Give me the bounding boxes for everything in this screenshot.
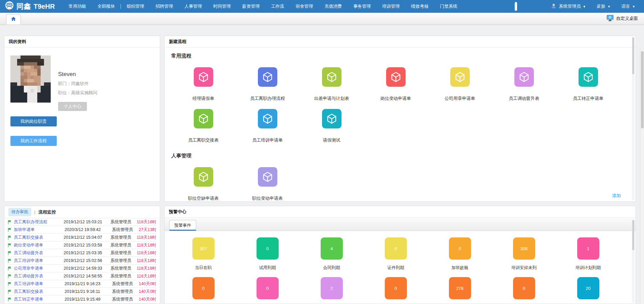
todo-date: 2019/12/12 15:03:58 — [64, 243, 110, 248]
process-shortcut[interactable]: 员工培训申请单 — [235, 109, 300, 143]
my-workflow-button[interactable]: 我的工作流程 — [10, 136, 57, 146]
process-shortcut[interactable]: 员工离职办理流程 — [235, 67, 300, 102]
process-shortcut[interactable]: 经理请假单 — [171, 67, 235, 102]
tab-todo-approval[interactable]: 待办审批 — [8, 208, 31, 216]
process-cube-icon — [258, 109, 277, 128]
todo-date: 2019/11/21 9:15:49 — [64, 297, 112, 302]
todo-link[interactable]: 员工离职交接表 — [8, 235, 64, 240]
alert-count-tile: 0 — [257, 277, 279, 299]
todo-link[interactable]: 员工转正申请单 — [8, 297, 64, 302]
alert-tile-cell[interactable]: 0 — [364, 277, 428, 304]
nav-menu-item[interactable]: 人事管理 — [179, 0, 208, 13]
alert-tile-cell[interactable]: 0 — [492, 277, 556, 304]
todo-duration: 118天18时 — [137, 273, 156, 279]
alert-tile-cell[interactable]: 20 — [556, 277, 620, 304]
todo-link[interactable]: 员工调动晋升表 — [8, 273, 64, 279]
nav-menu-item[interactable]: 事务管理 — [348, 0, 376, 13]
skin-menu[interactable]: 皮肤 — [597, 3, 610, 9]
nav-menu-item[interactable]: 招聘管理 — [150, 0, 179, 13]
tab-alert-events[interactable]: 预警事件 — [169, 220, 196, 231]
flag-icon — [8, 282, 12, 286]
alert-tile-cell[interactable]: 0 加班超额 — [428, 237, 492, 270]
new-process-title: 新建流程 — [165, 36, 636, 47]
add-link[interactable]: 添加 — [612, 193, 621, 199]
nav-menu-item[interactable]: 门禁系统 — [434, 0, 463, 13]
process-shortcut[interactable]: 职位空缺申请表 — [171, 167, 235, 201]
process-cube-icon — [514, 67, 534, 87]
todo-link[interactable]: 员工调动晋升表 — [8, 250, 64, 256]
main-content: 我的资料 — [0, 25, 644, 304]
process-shortcut[interactable]: 职位变动申请表 — [235, 167, 300, 201]
alert-tile-cell[interactable]: 0 — [235, 277, 300, 304]
todo-duration: 118天18时 — [137, 242, 156, 248]
app-logo[interactable]: 同鑫 T9eHR — [5, 1, 55, 12]
personal-center-button[interactable]: 个人中心 — [58, 102, 87, 111]
language-menu[interactable]: 语言 — [621, 3, 635, 9]
process-label: 员工培训申请单 — [252, 137, 283, 143]
user-avatar-icon — [551, 3, 557, 10]
flag-icon — [8, 220, 12, 224]
nav-menu-item[interactable]: 充值消费 — [319, 0, 348, 13]
todo-user: 系统管理员 — [110, 219, 137, 225]
alert-count-tile: 2 — [321, 277, 343, 299]
todo-link[interactable]: 员工离职办理流程 — [8, 219, 64, 225]
alert-tile-cell[interactable]: 1 培训计划到期 — [556, 237, 620, 270]
nav-menu-item[interactable]: 培训管理 — [376, 0, 405, 13]
alert-tile-cell[interactable]: 4 合同到期 — [300, 237, 364, 270]
process-shortcut[interactable]: 岗位变动申请单 — [364, 67, 428, 102]
alert-tile-cell[interactable]: 307 当日在职 — [171, 237, 235, 270]
home-tab[interactable] — [6, 14, 21, 25]
alert-tile-cell[interactable]: 0 试用到期 — [235, 237, 300, 270]
nav-menu-item[interactable]: 常用功能 — [63, 0, 92, 13]
process-cube-icon — [194, 167, 213, 187]
panel-scrollbar[interactable] — [632, 37, 635, 200]
process-shortcut[interactable]: 员工转正申请单 — [556, 67, 620, 102]
process-shortcut[interactable]: 员工调动晋升表 — [492, 67, 556, 102]
process-shortcut[interactable]: 出差申请与计划表 — [300, 67, 364, 102]
alert-tile-cell[interactable]: 308 培训安排未到 — [492, 237, 556, 270]
process-cube-icon — [322, 67, 341, 87]
panel-scrollbar[interactable] — [632, 220, 635, 303]
process-label: 出差申请与计划表 — [314, 96, 349, 102]
flag-icon — [8, 297, 12, 302]
alert-count-tile: 0 — [513, 277, 535, 299]
alert-tile-cell[interactable]: 0 证件到期 — [364, 237, 428, 270]
tab-process-monitor[interactable]: 流程监控 — [38, 209, 56, 215]
process-shortcut[interactable]: 公司用章申请单 — [428, 67, 492, 102]
process-label: 职位变动申请表 — [252, 195, 283, 201]
alert-tile-cell[interactable]: 278 — [428, 277, 492, 304]
todo-link[interactable]: 员工培训申请单 — [8, 281, 64, 287]
alert-tile-cell[interactable]: 2 — [300, 277, 364, 304]
process-label: 员工离职办理流程 — [250, 96, 285, 102]
nav-menu-item[interactable]: 薪资管理 — [236, 0, 265, 13]
my-duty-button[interactable]: 我的岗位职责 — [10, 116, 57, 126]
todo-link[interactable]: 岗位变动申请单 — [8, 242, 64, 248]
process-label: 岗位变动申请单 — [380, 96, 411, 102]
nav-menu-item[interactable]: 工作流 — [265, 0, 290, 13]
customize-desktop-button[interactable]: ⚙ 自定义桌面 — [606, 12, 638, 25]
todo-row: 岗位变动申请单 2019/12/12 15:03:58 系统管理员 118天18… — [8, 241, 156, 249]
process-shortcut[interactable]: 请假测试 — [300, 109, 364, 143]
todo-link[interactable]: 员工离职交接表 — [8, 289, 64, 295]
alert-label: 试用到期 — [259, 265, 276, 270]
nav-menu-item[interactable]: 时间管理 — [208, 0, 236, 13]
nav-menu-item[interactable]: 组织管理 — [121, 0, 150, 13]
top-nav: 同鑫 T9eHR 常用功能 全部模块 组织管理 招聘管理 人事管理 时间管理 薪… — [0, 0, 644, 13]
todo-link[interactable]: 加班申请单 — [8, 227, 64, 233]
todo-duration: 118天18时 — [137, 235, 156, 240]
todo-link[interactable]: 公司用章申请单 — [8, 266, 64, 271]
alert-center-title: 预警中心 — [165, 206, 636, 218]
user-menu[interactable]: 系统管理员 — [551, 3, 585, 10]
nav-menu-item[interactable]: 全部模块 — [92, 0, 121, 13]
todo-link[interactable]: 员工培训申请单 — [8, 258, 64, 264]
alert-tile-cell[interactable]: 0 — [171, 277, 235, 304]
nav-menu-item[interactable]: 宿舍管理 — [290, 0, 319, 13]
nav-menu-item[interactable]: 绩效考核 — [405, 0, 434, 13]
language-label: 语言 — [621, 3, 630, 9]
process-cube-icon — [194, 109, 213, 128]
process-shortcut[interactable]: 员工离职交接表 — [171, 109, 235, 143]
page-scrollbar[interactable] — [640, 50, 644, 304]
todo-date: 2019/12/12 14:59:33 — [64, 266, 110, 271]
todo-duration: 140天0时 — [139, 281, 156, 287]
nav-scrollbar-thumb[interactable] — [515, 2, 517, 11]
